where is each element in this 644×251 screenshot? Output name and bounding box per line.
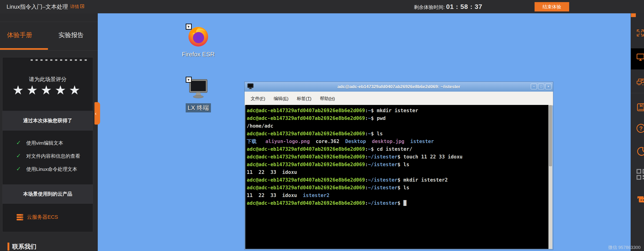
left-sidebar: 体验手册 实验报告 请为此场景评分 ★★★★★ 通过本次体验您获得了 ✓使用vi… (0, 13, 98, 251)
chevron-left-icon: ‹ (95, 111, 96, 116)
gain-item: ✓使用Linux命令处理文本 (16, 166, 77, 173)
monitor-icon[interactable] (636, 53, 644, 62)
remaining-time-value: 01 : 58 : 37 (446, 3, 482, 10)
window-controls: − □ × (531, 84, 552, 89)
terminal-line: adc@adc-eb147329afd0407ab26926e8b6e2d069… (247, 107, 548, 115)
products-section-header: 本场景使用到的云产品 (2, 184, 93, 204)
terminal-line: adc@adc-eb147329afd0407ab26926e8b6e2d069… (247, 153, 548, 161)
star-icon[interactable]: ★ (41, 83, 55, 97)
terminal-line: 11 22 33 idoxu istester2 (247, 192, 548, 199)
terminal-window: adc@adc-eb147329afd0407ab26926e8b6e2d069… (244, 82, 553, 250)
desktop-icon-lx-terminal[interactable]: LX 终端 (178, 78, 218, 112)
moon-icon[interactable] (636, 147, 644, 157)
scrollbar-thumb[interactable] (549, 105, 552, 166)
terminal-line: adc@adc-eb147329afd0407ab26926e8b6e2d069… (247, 145, 548, 153)
desktop-icon-label: Firefox ESR (180, 50, 216, 58)
screens-switch-icon[interactable] (636, 78, 644, 87)
terminal-body[interactable]: adc@adc-eb147329afd0407ab26926e8b6e2d069… (245, 105, 548, 249)
terminal-scrollbar (548, 105, 552, 249)
lab-page: Linux指令入门–文本处理 详情 剩余体验时间: 01 : 58 : 37 结… (0, 0, 644, 251)
gain-item-label: 使用Linux命令处理文本 (26, 166, 77, 172)
terminal-line: adc@adc-eb147329afd0407ab26926e8b6e2d069… (247, 184, 548, 192)
chat-icon[interactable] (636, 196, 644, 206)
terminal-line: 11 22 33 idoxu (247, 169, 548, 176)
corner-accent-chip (631, 13, 636, 17)
wechat-watermark: 微信 957863300 (608, 245, 640, 251)
right-toolbar: ? (631, 13, 644, 251)
remaining-time-label: 剩余体验时间: (414, 4, 445, 10)
menu-help[interactable]: 帮助(H) (320, 96, 335, 102)
external-link-icon (80, 0, 84, 13)
end-experience-button[interactable]: 结束体验 (534, 2, 569, 11)
clipped-text-fragment (31, 59, 89, 61)
star-icon[interactable]: ★ (55, 83, 69, 97)
details-label: 详情 (70, 0, 79, 13)
server-icon (16, 214, 23, 220)
terminal-titlebar[interactable]: adc@adc-eb147329afd0407ab26926e8b6e2d069… (244, 82, 553, 92)
manual-book-icon[interactable] (636, 103, 644, 113)
tab-experience-manual[interactable]: 体验手册 (7, 31, 32, 39)
gain-item: ✓使用vim编辑文本 (16, 139, 63, 146)
gain-item: ✓对文件内容和信息的查看 (16, 152, 80, 159)
star-icon[interactable]: ★ (12, 83, 26, 97)
rating-stars[interactable]: ★★★★★ (2, 83, 93, 97)
sidebar-collapse-handle[interactable]: ‹ (94, 102, 100, 125)
gains-section-header: 通过本次体验您获得了 (2, 111, 93, 130)
remaining-time: 剩余体验时间: 01 : 58 : 37 (414, 0, 482, 13)
gain-item-label: 对文件内容和信息的查看 (26, 153, 80, 159)
star-icon[interactable]: ★ (69, 83, 83, 97)
terminal-menubar: 文件(F) 编辑(E) 标签(T) 帮助(H) (244, 92, 553, 106)
shortcut-arrow-badge (186, 24, 192, 30)
ecs-product-link[interactable]: 云服务器ECS (16, 214, 58, 221)
contact-us-heading: 联系我们 (8, 243, 36, 251)
check-icon: ✓ (16, 152, 21, 159)
remote-desktop[interactable]: Firefox ESR LX 终端 (98, 13, 631, 251)
menu-tabs[interactable]: 标签(T) (297, 96, 312, 102)
terminal-window-title: adc@adc-eb147329afd0407ab26926e8b6e2d069… (244, 84, 553, 89)
close-button[interactable]: × (545, 84, 552, 89)
check-icon: ✓ (16, 166, 21, 172)
terminal-line: 下载 aliyun-logo.png core.362 Desktop desk… (247, 138, 548, 145)
page-title: Linux指令入门–文本处理 (6, 0, 68, 13)
minimize-button[interactable]: − (531, 84, 537, 89)
tab-lab-report[interactable]: 实验报告 (58, 31, 84, 39)
maximize-button[interactable]: □ (538, 84, 544, 89)
tabs-separator (0, 50, 98, 50)
menu-file[interactable]: 文件(F) (251, 96, 265, 102)
terminal-line: adc@adc-eb147329afd0407ab26926e8b6e2d069… (247, 115, 548, 122)
toolbar-divider (631, 93, 644, 93)
top-bar: Linux指令入门–文本处理 详情 剩余体验时间: 01 : 58 : 37 结… (0, 0, 644, 13)
terminal-line: /home/adc (247, 122, 548, 130)
sidebar-divider (0, 22, 98, 22)
firefox-icon (187, 24, 210, 47)
terminal-line: adc@adc-eb147329afd0407ab26926e8b6e2d069… (247, 176, 548, 184)
qrcode-icon[interactable] (636, 169, 644, 181)
desktop-icon-firefox[interactable]: Firefox ESR (178, 24, 218, 58)
terminal-line: adc@adc-eb147329afd0407ab26926e8b6e2d069… (247, 130, 548, 138)
check-icon: ✓ (16, 139, 21, 146)
gain-item-label: 使用vim编辑文本 (26, 140, 63, 146)
terminal-app-icon (248, 83, 254, 90)
manual-panel: 请为此场景评分 ★★★★★ 通过本次体验您获得了 ✓使用vim编辑文本 ✓对文件… (2, 57, 93, 232)
desktop-icon-label: LX 终端 (186, 103, 211, 112)
menu-edit[interactable]: 编辑(E) (274, 96, 288, 102)
details-link[interactable]: 详情 (70, 0, 84, 13)
star-icon[interactable]: ★ (26, 83, 40, 97)
shortcut-arrow-badge (186, 77, 192, 83)
terminal-line: adc@adc-eb147329afd0407ab26926e8b6e2d069… (247, 161, 548, 169)
active-tab-underline (0, 48, 48, 50)
monitor-desktop-icon (187, 78, 210, 100)
fullscreen-icon[interactable] (636, 29, 644, 38)
help-icon[interactable]: ? (636, 124, 644, 133)
terminal-line: adc@adc-eb147329afd0407ab26926e8b6e2d069… (247, 199, 548, 207)
ecs-product-label: 云服务器ECS (27, 214, 58, 221)
rating-prompt: 请为此场景评分 (2, 76, 93, 83)
